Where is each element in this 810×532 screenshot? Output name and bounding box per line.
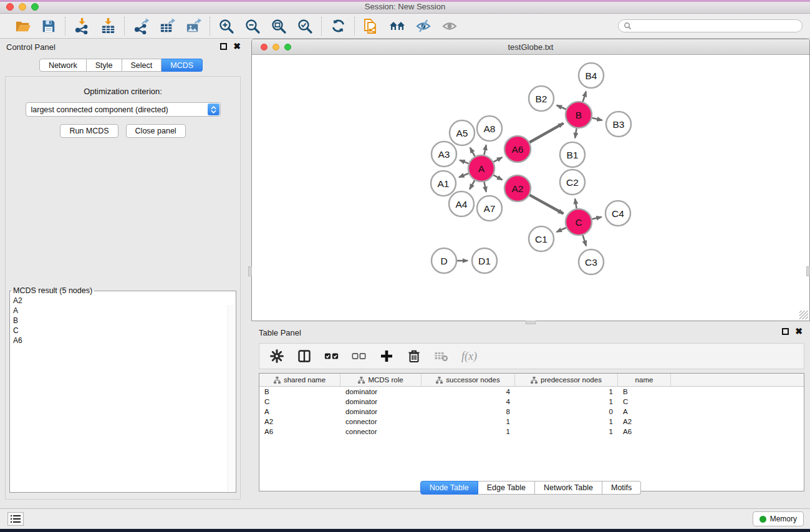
import-network-icon[interactable] [73, 17, 90, 35]
graph-node-A6[interactable]: A6 [504, 136, 531, 162]
houses-icon[interactable] [388, 17, 406, 35]
graph-node-A5[interactable]: A5 [450, 120, 475, 145]
export-table-icon[interactable] [158, 17, 176, 35]
graph-edge-A-A8[interactable] [484, 145, 486, 155]
network-window-titlebar[interactable]: testGlobe.txt [252, 39, 809, 55]
column-header-name[interactable]: name [618, 374, 671, 386]
tab-motifs[interactable]: Motifs [602, 481, 641, 495]
search-input[interactable] [634, 22, 797, 31]
import-table-icon[interactable] [99, 17, 117, 35]
mcds-result-item[interactable]: A [13, 306, 236, 316]
graph-edge-C-C4[interactable] [592, 217, 601, 219]
show-eye-icon[interactable] [441, 17, 458, 35]
graph-edge-A2-C[interactable] [529, 195, 563, 214]
graph-node-C[interactable]: C [566, 209, 592, 235]
table-row[interactable]: Bdominator41B [259, 387, 804, 397]
graph-node-C2[interactable]: C2 [560, 170, 585, 195]
graph-edge-C-C2[interactable] [575, 199, 576, 209]
mcds-result-item[interactable]: B [13, 316, 236, 326]
close-panel-button[interactable]: Close panel [126, 124, 186, 138]
table-close-panel-icon[interactable]: ✖ [795, 328, 803, 335]
graph-node-A8[interactable]: A8 [477, 116, 502, 141]
graph-edge-A-A3[interactable] [460, 160, 468, 163]
tab-network-table[interactable]: Network Table [535, 481, 602, 495]
network-from-file-icon[interactable] [362, 17, 380, 35]
tab-node-table[interactable]: Node Table [420, 481, 478, 495]
graph-node-C4[interactable]: C4 [605, 201, 630, 226]
graph-edge-A-A2[interactable] [493, 175, 502, 180]
table-row[interactable]: A6connector11A6 [259, 427, 804, 437]
search-field[interactable] [618, 19, 803, 32]
graph-edge-A-A1[interactable] [459, 173, 468, 177]
graph-node-A[interactable]: A [468, 155, 494, 181]
graph-node-A3[interactable]: A3 [432, 142, 456, 167]
vertical-splitter-handle-left[interactable] [248, 266, 252, 276]
mcds-result-item[interactable]: A6 [13, 336, 236, 346]
delete-column-icon[interactable] [407, 349, 422, 364]
result-scrollbar[interactable] [228, 305, 235, 491]
graph-edge-B-B3[interactable] [592, 118, 602, 120]
table-settings-gear-icon[interactable] [269, 349, 284, 364]
graph-edge-A-A4[interactable] [470, 180, 475, 189]
graph-node-A7[interactable]: A7 [477, 196, 502, 221]
column-header-MCDS-role[interactable]: MCDS role [340, 374, 422, 386]
tab-edge-table[interactable]: Edge Table [478, 481, 535, 495]
export-image-icon[interactable] [185, 17, 202, 35]
mcds-result-list[interactable]: A2ABCA6 [10, 295, 236, 346]
table-row[interactable]: Cdominator41C [259, 397, 804, 407]
graph-edge-A-A5[interactable] [470, 148, 475, 157]
add-column-icon[interactable] [379, 349, 394, 364]
tab-select[interactable]: Select [122, 59, 162, 72]
graph-edge-A6-B[interactable] [529, 123, 563, 143]
graph-edge-A-A7[interactable] [484, 182, 486, 192]
graph-node-B3[interactable]: B3 [606, 112, 631, 137]
table-row[interactable]: Adominator80A [259, 407, 804, 417]
optimization-criterion-dropdown[interactable]: largest connected component (directed) [26, 102, 221, 117]
graph-edge-B-B2[interactable] [557, 105, 566, 110]
column-header-predecessor-nodes[interactable]: predecessor nodes [515, 374, 618, 386]
refresh-layout-icon[interactable] [329, 17, 347, 35]
memory-button[interactable]: Memory [753, 511, 804, 526]
zoom-in-icon[interactable] [218, 17, 235, 35]
graph-node-C3[interactable]: C3 [579, 249, 604, 274]
column-header-successor-nodes[interactable]: successor nodes [422, 374, 515, 386]
network-canvas[interactable]: B4B2BB3A8A5A6A3B1AC2A1A2A4A7C4CC1DD1C3 [253, 56, 809, 320]
save-session-icon[interactable] [40, 17, 57, 35]
zoom-out-icon[interactable] [244, 17, 261, 35]
tab-style[interactable]: Style [87, 59, 122, 72]
graph-edge-C-C1[interactable] [557, 228, 566, 232]
graph-node-B1[interactable]: B1 [560, 142, 585, 167]
graph-edge-C-C3[interactable] [583, 235, 586, 246]
graph-node-B2[interactable]: B2 [529, 86, 554, 111]
graph-node-B[interactable]: B [566, 102, 592, 128]
vertical-splitter-handle-right[interactable] [806, 266, 810, 276]
graph-node-D[interactable]: D [432, 248, 456, 273]
graph-node-B4[interactable]: B4 [579, 63, 604, 88]
mcds-result-item[interactable]: A2 [13, 296, 236, 306]
zoom-selected-icon[interactable] [296, 17, 314, 35]
run-mcds-button[interactable]: Run MCDS [60, 124, 118, 138]
table-row[interactable]: A2connector11A2 [259, 417, 804, 427]
select-all-rows-icon[interactable] [324, 349, 339, 364]
task-history-button[interactable] [7, 512, 24, 526]
mcds-result-item[interactable]: C [13, 326, 236, 336]
graph-edge-B-B1[interactable] [575, 128, 576, 138]
hide-eye-icon[interactable] [415, 17, 432, 35]
graph-node-C1[interactable]: C1 [529, 226, 554, 251]
zoom-fit-icon[interactable] [270, 17, 287, 35]
open-session-icon[interactable] [14, 17, 31, 35]
export-network-icon[interactable] [132, 17, 150, 35]
column-header-shared-name[interactable]: shared name [259, 374, 340, 386]
table-float-panel-icon[interactable] [782, 328, 789, 335]
show-column-icon[interactable] [297, 349, 312, 364]
graph-node-A1[interactable]: A1 [431, 171, 456, 196]
graph-node-A4[interactable]: A4 [449, 191, 474, 216]
tab-mcds[interactable]: MCDS [162, 59, 203, 72]
graph-node-D1[interactable]: D1 [472, 248, 497, 273]
graph-edge-A-A6[interactable] [493, 157, 502, 162]
graph-node-A2[interactable]: A2 [504, 175, 531, 201]
window-resize-grip[interactable] [799, 311, 808, 319]
close-panel-icon[interactable]: ✖ [233, 43, 241, 50]
tab-network[interactable]: Network [39, 59, 87, 72]
graph-edge-B-B4[interactable] [583, 92, 586, 102]
